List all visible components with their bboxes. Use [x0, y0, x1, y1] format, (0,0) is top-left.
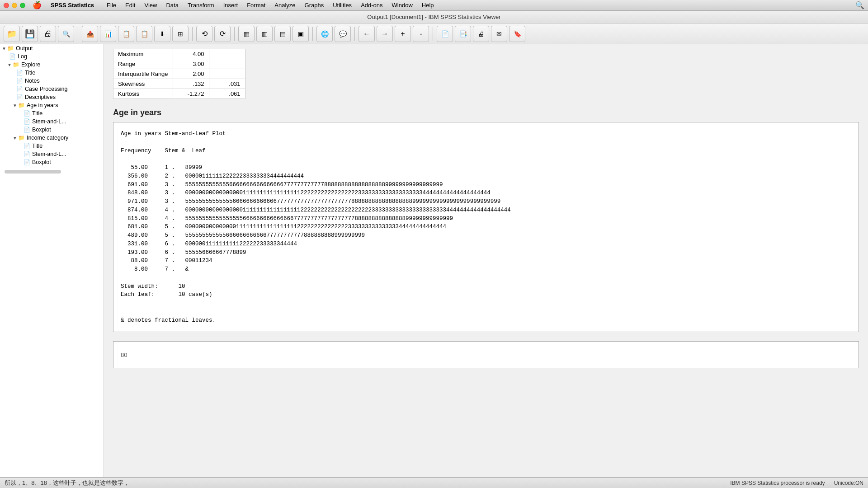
- stats-table-row: Kurtosis-1.272.061: [113, 89, 245, 99]
- sidebar-label-stem-leaf: Stem-and-L...: [32, 118, 66, 125]
- bookmark-button[interactable]: 🔖: [509, 26, 525, 42]
- maximize-button[interactable]: [20, 3, 25, 8]
- menu-utilities[interactable]: Utilities: [329, 2, 355, 9]
- expand-icon-income: ▼: [13, 136, 17, 141]
- sidebar-item-income-stem[interactable]: 📄 Stem-and-L...: [0, 150, 104, 158]
- sidebar-scrollbar[interactable]: [0, 170, 104, 175]
- view-btn1[interactable]: 📄: [437, 26, 453, 42]
- stats-row-label: Interquartile Range: [113, 69, 173, 79]
- menu-transform[interactable]: Transform: [184, 2, 218, 9]
- grid-button[interactable]: ⊞: [172, 26, 189, 42]
- stem-leaf-output: Age in years Stem-and-Leaf Plot Frequenc…: [113, 122, 859, 332]
- nav-back-button[interactable]: ←: [359, 26, 375, 42]
- redo-button[interactable]: ⟳: [214, 26, 231, 42]
- statusbar-marquee: 所以，1、8、18，这些叶子，也就是这些数字，: [5, 479, 129, 487]
- outline-btn1[interactable]: ▦: [238, 26, 255, 42]
- close-button[interactable]: [4, 3, 9, 8]
- menu-insert[interactable]: Insert: [220, 2, 242, 9]
- export-button[interactable]: 📤: [82, 26, 98, 42]
- sidebar-label-age-title: Title: [32, 110, 42, 117]
- chart-button[interactable]: 📊: [100, 26, 116, 42]
- stats-row-val1: 4.00: [173, 49, 209, 59]
- doc-icon-stem-leaf: 📄: [24, 118, 30, 125]
- toolbar-sep-4: [312, 27, 313, 41]
- sidebar-item-boxplot[interactable]: 📄 Boxplot: [0, 126, 104, 134]
- sidebar: ▼ 📁 Output 📄 Log ▼ 📁 Explore 📄 Title 📄 N…: [0, 44, 104, 477]
- print-btn2[interactable]: 🖨: [473, 26, 489, 42]
- print-button[interactable]: 🖨: [40, 26, 56, 42]
- mail-button[interactable]: ✉: [491, 26, 507, 42]
- undo-button[interactable]: ⟲: [196, 26, 212, 42]
- print-preview-button[interactable]: 🔍: [58, 26, 74, 42]
- view-btn2[interactable]: 📑: [455, 26, 471, 42]
- open-button[interactable]: 📁: [4, 26, 20, 42]
- stats-row-val2: [209, 59, 245, 69]
- sidebar-label-descriptives: Descriptives: [25, 94, 56, 100]
- stats-table-row: Range3.00: [113, 59, 245, 69]
- stats-table: Maximum4.00Range3.00Interquartile Range2…: [113, 49, 245, 99]
- pivot-button[interactable]: 📋: [118, 26, 134, 42]
- menu-format[interactable]: Format: [243, 2, 269, 9]
- comment-button[interactable]: 💬: [335, 26, 351, 42]
- stats-table-row: Skewness.132.031: [113, 79, 245, 89]
- age-section-heading: Age in years: [113, 108, 859, 117]
- menu-view[interactable]: View: [141, 2, 160, 9]
- stats-row-val2: .061: [209, 89, 245, 99]
- expand-icon-age: ▼: [13, 103, 17, 108]
- outline-btn4[interactable]: ▣: [292, 26, 309, 42]
- sidebar-item-age-title[interactable]: 📄 Title: [0, 109, 104, 117]
- menu-help[interactable]: Help: [418, 2, 438, 9]
- menu-analyze[interactable]: Analyze: [271, 2, 299, 9]
- traffic-lights: [4, 3, 25, 8]
- zoom-in-button[interactable]: +: [395, 26, 411, 42]
- data-button[interactable]: 📋: [136, 26, 152, 42]
- menu-addons[interactable]: Add-ons: [357, 2, 386, 9]
- menu-graphs[interactable]: Graphs: [301, 2, 328, 9]
- menu-file[interactable]: File: [103, 2, 120, 9]
- folder-icon-income: 📁: [18, 135, 25, 141]
- apple-menu[interactable]: 🍎: [33, 1, 42, 9]
- sidebar-item-stem-leaf[interactable]: 📄 Stem-and-L...: [0, 117, 104, 126]
- save-button[interactable]: 💾: [22, 26, 38, 42]
- minimize-button[interactable]: [12, 3, 17, 8]
- doc-icon-notes: 📄: [16, 78, 23, 84]
- import-button[interactable]: ⬇: [154, 26, 170, 42]
- sidebar-item-explore[interactable]: ▼ 📁 Explore: [0, 61, 104, 69]
- sidebar-item-case-processing[interactable]: 📄 Case Processing: [0, 85, 104, 93]
- bottom-chart-stub: 80: [113, 341, 859, 368]
- nav-forward-button[interactable]: →: [377, 26, 393, 42]
- menu-data[interactable]: Data: [162, 2, 182, 9]
- globe-button[interactable]: 🌐: [316, 26, 333, 42]
- sidebar-label-log: Log: [18, 53, 27, 60]
- doc-icon-log: 📄: [9, 53, 16, 60]
- folder-icon-output: 📁: [7, 45, 14, 52]
- doc-icon-income-boxplot: 📄: [24, 159, 30, 165]
- sidebar-label-age-in-years: Age in years: [27, 102, 58, 108]
- sidebar-item-age-in-years[interactable]: ▼ 📁 Age in years: [0, 101, 104, 109]
- sidebar-item-income-title[interactable]: 📄 Title: [0, 142, 104, 150]
- sidebar-item-income-category[interactable]: ▼ 📁 Income category: [0, 134, 104, 142]
- toolbar-sep-5: [354, 27, 355, 41]
- zoom-out-button[interactable]: -: [413, 26, 429, 42]
- toolbar-sep-1: [78, 27, 78, 41]
- menu-app-name[interactable]: SPSS Statistics: [47, 2, 98, 9]
- doc-icon-case-processing: 📄: [16, 86, 23, 92]
- window-title: Output1 [Document1] - IBM SPSS Statistic…: [367, 14, 500, 20]
- sidebar-item-title[interactable]: 📄 Title: [0, 69, 104, 77]
- stats-row-val1: 2.00: [173, 69, 209, 79]
- expand-icon-explore: ▼: [7, 62, 12, 67]
- main-layout: ▼ 📁 Output 📄 Log ▼ 📁 Explore 📄 Title 📄 N…: [0, 44, 868, 477]
- sidebar-item-notes[interactable]: 📄 Notes: [0, 77, 104, 85]
- outline-btn2[interactable]: ▥: [256, 26, 273, 42]
- sidebar-item-descriptives[interactable]: 📄 Descriptives: [0, 93, 104, 101]
- sidebar-item-income-boxplot[interactable]: 📄 Boxplot: [0, 158, 104, 166]
- sidebar-item-log[interactable]: 📄 Log: [0, 52, 104, 61]
- sidebar-label-income-category: Income category: [27, 135, 68, 141]
- menu-edit[interactable]: Edit: [122, 2, 139, 9]
- stats-row-val2: [209, 49, 245, 59]
- spotlight-icon[interactable]: 🔍: [855, 1, 864, 9]
- menu-window[interactable]: Window: [388, 2, 416, 9]
- sidebar-item-output[interactable]: ▼ 📁 Output: [0, 44, 104, 52]
- outline-btn3[interactable]: ▤: [274, 26, 291, 42]
- sidebar-label-case-processing: Case Processing: [25, 86, 68, 92]
